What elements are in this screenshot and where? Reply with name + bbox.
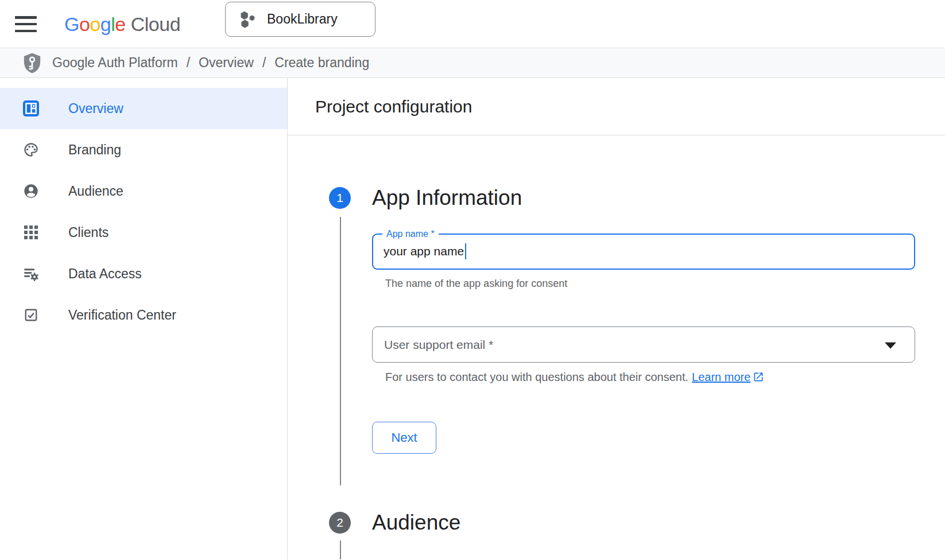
app-name-value: your app name bbox=[384, 244, 464, 258]
support-email-helper-text: For users to contact you with questions … bbox=[385, 371, 764, 384]
page-title: Project configuration bbox=[315, 97, 472, 116]
sidebar-item-label: Clients bbox=[68, 225, 109, 240]
sidebar-item-overview[interactable]: Overview bbox=[0, 88, 287, 129]
text-cursor bbox=[465, 243, 466, 259]
app-name-input[interactable]: App name * your app name bbox=[372, 234, 915, 270]
logo-cloud-text: Cloud bbox=[131, 13, 180, 35]
sidebar-item-data-access[interactable]: Data Access bbox=[0, 253, 287, 294]
top-app-bar: GoogleCloud BookLibrary bbox=[0, 0, 945, 48]
next-button[interactable]: Next bbox=[372, 422, 436, 454]
sidebar-item-audience[interactable]: Audience bbox=[0, 170, 287, 212]
audience-icon bbox=[23, 183, 39, 199]
sidebar-nav: Overview Branding Audience bbox=[0, 78, 288, 559]
menu-icon[interactable] bbox=[15, 16, 37, 32]
user-support-email-select[interactable]: User support email * bbox=[372, 326, 915, 363]
main-panel: Project configuration 1 App Information … bbox=[288, 78, 945, 559]
project-hexagons-icon bbox=[238, 10, 257, 29]
user-support-email-label: User support email * bbox=[373, 327, 915, 362]
sidebar-item-verification-center[interactable]: Verification Center bbox=[0, 294, 287, 336]
content-area: Overview Branding Audience bbox=[0, 78, 945, 559]
project-picker-button[interactable]: BookLibrary bbox=[225, 2, 375, 37]
google-cloud-logo[interactable]: GoogleCloud bbox=[64, 8, 180, 40]
step-2-badge: 2 bbox=[329, 512, 351, 534]
step-2-header: 2 Audience bbox=[329, 511, 460, 535]
project-name: BookLibrary bbox=[267, 11, 338, 27]
external-link-icon[interactable] bbox=[753, 371, 764, 383]
breadcrumb-overview[interactable]: Overview bbox=[199, 55, 254, 71]
branding-icon bbox=[23, 142, 39, 158]
google-logo-letters: Google bbox=[64, 13, 126, 35]
auth-shield-key-icon bbox=[21, 50, 44, 76]
step-2-title: Audience bbox=[372, 511, 460, 535]
support-email-helper: For users to contact you with questions … bbox=[385, 371, 688, 383]
main-header: Project configuration bbox=[288, 78, 945, 135]
verification-center-icon bbox=[23, 307, 39, 323]
breadcrumb-google-auth-platform[interactable]: Google Auth Platform bbox=[52, 55, 178, 71]
step-1-header: 1 App Information bbox=[329, 186, 522, 210]
breadcrumb-create-branding: Create branding bbox=[274, 55, 369, 71]
sidebar-item-clients[interactable]: Clients bbox=[0, 212, 287, 253]
breadcrumb-separator: / bbox=[262, 55, 266, 71]
breadcrumb-separator: / bbox=[187, 55, 190, 71]
sidebar-item-branding[interactable]: Branding bbox=[0, 129, 287, 170]
sidebar-item-label: Audience bbox=[68, 184, 123, 199]
breadcrumb: Google Auth Platform / Overview / Create… bbox=[0, 48, 945, 78]
stepper-connector-line bbox=[340, 540, 341, 559]
overview-icon bbox=[23, 100, 39, 116]
step-1-badge: 1 bbox=[329, 187, 351, 209]
sidebar-item-label: Data Access bbox=[68, 266, 142, 282]
clients-icon bbox=[23, 224, 39, 240]
data-access-icon bbox=[23, 266, 39, 282]
stepper-connector-line bbox=[340, 217, 341, 485]
step-1-title: App Information bbox=[372, 186, 522, 210]
sidebar-item-label: Branding bbox=[68, 142, 121, 158]
branding-form: 1 App Information App name * your app na… bbox=[288, 135, 945, 559]
app-name-label: App name * bbox=[382, 228, 439, 239]
sidebar-item-label: Verification Center bbox=[68, 308, 176, 323]
dropdown-caret-icon bbox=[885, 342, 896, 348]
learn-more-link[interactable]: Learn more bbox=[692, 371, 750, 383]
sidebar-item-label: Overview bbox=[68, 101, 123, 116]
app-name-helper-text: The name of the app asking for consent bbox=[385, 278, 567, 290]
